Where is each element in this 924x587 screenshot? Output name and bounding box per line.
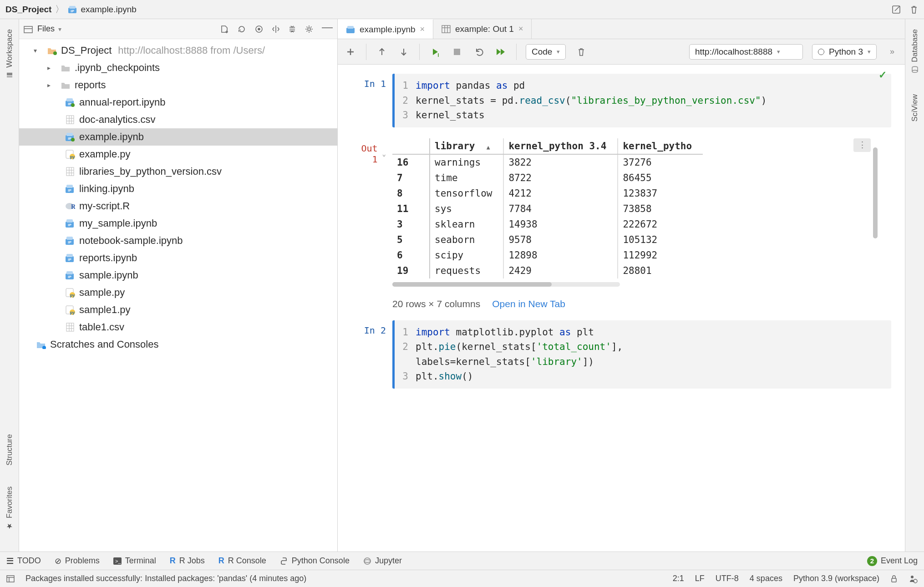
svg-point-9 [308,28,310,30]
delete-cell-icon[interactable] [575,46,588,58]
table-row[interactable]: 6scipy12898112992 [392,248,703,263]
breadcrumb-project[interactable]: DS_Project [5,5,51,15]
tree-root[interactable]: ▾DS_Projecthttp://localhost:8888 from /U… [19,42,337,59]
add-cell-icon[interactable] [344,46,357,58]
eventlog-tool[interactable]: 2Event Log [867,556,918,566]
table-row[interactable]: 8tensorflow4212123837 [392,186,703,201]
divide-icon[interactable] [272,25,280,34]
tree-file[interactable]: IPsample.ipynb [19,267,337,284]
status-window-icon[interactable] [6,575,15,582]
rjobs-tool[interactable]: RR Jobs [170,556,205,566]
tree-file[interactable]: pyexample.py [19,146,337,163]
lock-icon[interactable] [890,575,898,583]
tree-file[interactable]: Rmy-script.R [19,197,337,215]
breadcrumb-file[interactable]: example.ipynb [81,5,137,15]
server-select[interactable]: http://localhost:8888 ▾ [689,44,803,60]
expand-all-icon[interactable] [288,25,296,34]
move-up-icon[interactable] [376,46,388,58]
svg-rect-33 [66,185,73,188]
minimize-icon[interactable]: — [322,25,333,34]
favorites-tool[interactable]: ★Favorites [5,482,14,535]
table-row[interactable]: 3sklearn14938222672 [392,217,703,232]
trash-icon[interactable] [909,5,919,15]
close-icon[interactable]: × [518,24,523,34]
status-indent[interactable]: 4 spaces [750,574,782,583]
cell-in-1[interactable]: In 11import pandas as pd2kernel_stats = … [351,74,891,127]
terminal-tool[interactable]: >_Terminal [113,556,156,566]
tree-file[interactable]: table1.csv [19,319,337,336]
svg-rect-55 [66,323,74,331]
tree-file[interactable]: IPexample.ipynb [19,128,337,146]
table-header[interactable]: kernel_pytho [618,138,703,154]
notebook-toolbar: Code ▾ http://localhost:8888 ▾ Python 3 … [338,39,905,65]
table-row[interactable]: 16warnings382237276 [392,154,703,170]
problems-tool[interactable]: ⊘Problems [55,556,100,566]
file-tree[interactable]: ▾DS_Projecthttp://localhost:8888 from /U… [19,39,337,552]
out-menu-icon[interactable]: ⋮ [853,138,871,152]
svg-text:IP: IP [68,258,71,262]
notebook-body[interactable]: ✓ In 11import pandas as pd2kernel_stats … [338,65,905,552]
sciview-tool[interactable]: SciView [910,90,919,126]
rconsole-tool[interactable]: RR Console [218,556,266,566]
pyconsole-tool[interactable]: Python Console [280,556,350,566]
restart-icon[interactable] [472,46,485,58]
cell-prompt-out[interactable]: Out 1 ⌄ [351,138,392,165]
run-cell-icon[interactable] [429,46,442,58]
svg-point-69 [912,70,918,72]
edit-breadcrumb-icon[interactable] [891,5,901,15]
structure-tool[interactable]: Structure [5,430,14,470]
todo-tool[interactable]: ☰TODO [6,556,41,566]
move-down-icon[interactable] [397,46,410,58]
tree-file[interactable]: IPannual-report.ipynb [19,94,337,111]
table-row[interactable]: 7time872286455 [392,170,703,186]
table-header[interactable]: kernel_python 3.4 [503,138,618,154]
open-new-tab-link[interactable]: Open in New Tab [492,299,565,309]
profile-gear-icon[interactable] [909,574,918,583]
jupyter-tool[interactable]: Jupyter [363,556,402,566]
table-row[interactable]: 11sys778473858 [392,201,703,217]
tree-file[interactable]: IPnotebook-sample.ipynb [19,232,337,249]
status-eol[interactable]: LF [695,574,705,583]
tree-file[interactable]: pysample.py [19,284,337,301]
cell-type-select[interactable]: Code ▾ [526,44,566,60]
stop-icon[interactable] [451,46,463,58]
tree-file[interactable]: doc-analytics.csv [19,111,337,128]
tree-file[interactable]: pysample1.py [19,301,337,319]
target-icon[interactable] [254,25,264,34]
more-toolbar-icon[interactable]: » [886,46,899,58]
tree-folder[interactable]: ▸.ipynb_checkpoints [19,59,337,76]
tree-file[interactable]: libraries_by_python_version.csv [19,163,337,180]
table-row[interactable]: 19requests242928801 [392,263,703,278]
editor-tab[interactable]: example: Out 1× [433,19,532,39]
h-scrollbar[interactable] [392,282,620,287]
status-encoding[interactable]: UTF-8 [716,574,739,583]
svg-rect-38 [66,219,73,223]
code-block[interactable]: 1import matplotlib.pyplot as plt2plt.pie… [392,320,891,389]
table-row[interactable]: 5seaborn9578105132 [392,232,703,248]
tree-scratches[interactable]: Scratches and Consoles [19,336,337,353]
run-all-icon[interactable] [494,46,507,58]
refresh-icon[interactable] [237,25,246,34]
tree-file[interactable]: IPmy_sample.ipynb [19,215,337,232]
tree-file[interactable]: IPlinking.ipynb [19,180,337,197]
svg-point-72 [364,558,371,564]
status-position[interactable]: 2:1 [673,574,684,583]
new-file-icon[interactable] [220,25,229,34]
svg-text:IP: IP [68,275,71,279]
dataframe-table[interactable]: library ▲kernel_python 3.4kernel_pytho16… [392,138,703,278]
kernel-select[interactable]: Python 3 ▾ [812,44,877,60]
editor-tab[interactable]: example.ipynb× [338,19,433,39]
cell-in-2[interactable]: In 21import matplotlib.pyplot as plt2plt… [351,320,891,389]
close-icon[interactable]: × [420,25,425,34]
table-header[interactable]: library ▲ [430,138,503,154]
scrollbar[interactable] [873,147,878,238]
status-interpreter[interactable]: Python 3.9 (workspace) [793,574,879,583]
tree-folder[interactable]: ▸reports [19,76,337,94]
code-block[interactable]: 1import pandas as pd2kernel_stats = pd.r… [392,74,891,127]
gear-icon[interactable] [305,25,314,34]
files-panel-title[interactable]: Files ▾ [37,24,61,34]
database-tool[interactable]: Database [910,25,919,78]
tree-file[interactable]: IPreports.ipynb [19,249,337,267]
workspace-tool[interactable]: Workspace [5,25,14,83]
chevron-down-icon[interactable]: ⌄ [382,150,386,157]
